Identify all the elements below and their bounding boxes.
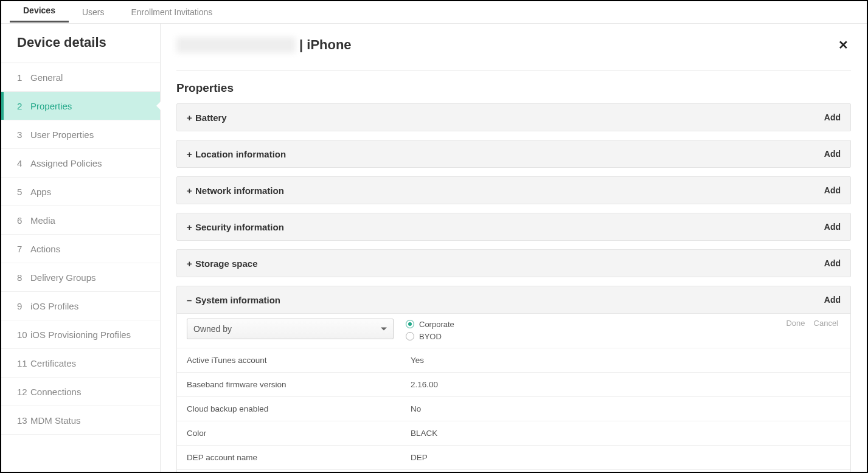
table-row: DEP profile assigned01/08/2017 06:47:15 — [177, 470, 850, 472]
table-row: ColorBLACK — [177, 421, 850, 446]
radio-corporate[interactable]: Corporate — [406, 319, 786, 330]
add-button-security[interactable]: Add — [824, 222, 841, 232]
table-row: Cloud backup enabledNo — [177, 397, 850, 421]
chevron-down-icon — [381, 328, 387, 331]
tab-enrollment-invitations[interactable]: Enrollment Invitations — [118, 2, 226, 22]
accordion-header-battery[interactable]: +Battery Add — [177, 104, 850, 131]
done-button[interactable]: Done — [786, 319, 805, 328]
top-tabs: Devices Users Enrollment Invitations — [1, 1, 867, 23]
add-button-system[interactable]: Add — [824, 295, 841, 305]
accordion-header-location[interactable]: +Location information Add — [177, 140, 850, 167]
sidebar-title: Device details — [1, 24, 160, 63]
accordion-header-network[interactable]: +Network information Add — [177, 177, 850, 204]
accordion-header-security[interactable]: +Security information Add — [177, 213, 850, 240]
section-title-properties: Properties — [176, 81, 851, 95]
accordion-storage: +Storage space Add — [176, 249, 851, 277]
accordion-header-storage[interactable]: +Storage space Add — [177, 250, 850, 277]
close-icon[interactable]: ✕ — [836, 38, 851, 52]
sidebar-item-properties[interactable]: 2Properties — [1, 92, 160, 120]
cancel-button[interactable]: Cancel — [814, 319, 838, 328]
main-panel: | iPhone ✕ Properties +Battery Add +Loca… — [161, 24, 867, 472]
radio-icon — [406, 332, 414, 340]
accordion-location: +Location information Add — [176, 140, 851, 168]
expand-icon: + — [187, 258, 195, 269]
accordion-security: +Security information Add — [176, 213, 851, 241]
add-button-storage[interactable]: Add — [824, 258, 841, 268]
add-button-network[interactable]: Add — [824, 185, 841, 195]
accordion-network: +Network information Add — [176, 176, 851, 204]
sidebar-item-mdm-status[interactable]: 13MDM Status — [1, 406, 160, 435]
table-row: Baseband firmware version2.16.00 — [177, 373, 850, 397]
sidebar-item-connections[interactable]: 12Connections — [1, 378, 160, 406]
page-title: | iPhone — [299, 37, 352, 53]
tab-users[interactable]: Users — [69, 2, 118, 22]
device-name-redacted — [176, 37, 296, 53]
expand-icon: + — [187, 185, 195, 196]
sidebar-item-ios-provisioning-profiles[interactable]: 10iOS Provisioning Profiles — [1, 320, 160, 349]
add-button-battery[interactable]: Add — [824, 112, 841, 122]
sidebar-item-certificates[interactable]: 11Certificates — [1, 349, 160, 378]
sidebar-item-apps[interactable]: 5Apps — [1, 178, 160, 206]
add-button-location[interactable]: Add — [824, 149, 841, 159]
accordion-battery: +Battery Add — [176, 103, 851, 131]
sidebar-item-ios-profiles[interactable]: 9iOS Profiles — [1, 292, 160, 320]
sidebar-item-general[interactable]: 1General — [1, 63, 160, 92]
expand-icon: + — [187, 112, 195, 123]
owned-by-select[interactable]: Owned by — [187, 319, 394, 339]
expand-icon: + — [187, 149, 195, 159]
table-row: Active iTunes accountYes — [177, 348, 850, 373]
sidebar-item-assigned-policies[interactable]: 4Assigned Policies — [1, 149, 160, 178]
tab-devices[interactable]: Devices — [10, 1, 69, 22]
table-row: DEP account nameDEP — [177, 446, 850, 470]
sidebar: Device details 1General 2Properties 3Use… — [1, 24, 161, 472]
expand-icon: + — [187, 222, 195, 232]
sidebar-item-user-properties[interactable]: 3User Properties — [1, 120, 160, 149]
sidebar-item-actions[interactable]: 7Actions — [1, 235, 160, 263]
collapse-icon: – — [187, 295, 195, 305]
radio-icon — [406, 320, 414, 328]
sidebar-item-delivery-groups[interactable]: 8Delivery Groups — [1, 263, 160, 292]
accordion-header-system[interactable]: –System information Add — [177, 286, 850, 313]
accordion-system: –System information Add Owned by — [176, 286, 851, 472]
sidebar-item-media[interactable]: 6Media — [1, 206, 160, 235]
radio-byod[interactable]: BYOD — [406, 331, 786, 342]
